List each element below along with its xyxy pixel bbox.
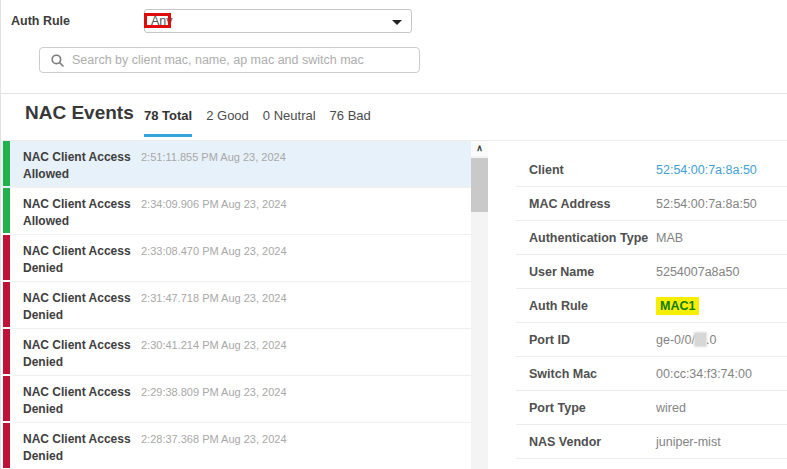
detail-row: Auth Rule MAC1 — [516, 289, 787, 323]
event-timestamp: 2:34:09.906 PM Aug 23, 2024 — [141, 198, 287, 210]
detail-value: 5254007a8a50 — [656, 265, 739, 279]
event-list-item[interactable]: NAC Client Access Allowed 2:34:09.906 PM… — [1, 188, 471, 235]
search-bar[interactable] — [39, 47, 420, 73]
detail-row: NAS Vendor juniper-mist — [516, 425, 787, 459]
tab-label: 78 Total — [144, 108, 192, 123]
detail-row: User Name 5254007a8a50 — [516, 255, 787, 289]
event-timestamp: 2:31:47.718 PM Aug 23, 2024 — [141, 292, 287, 304]
event-row-body: NAC Client Access Denied 2:33:08.470 PM … — [13, 235, 471, 282]
event-row-body: NAC Client Access Allowed 2:34:09.906 PM… — [13, 188, 471, 235]
detail-label: MAC Address — [529, 197, 611, 211]
detail-label: Auth Rule — [529, 299, 588, 313]
event-row-body: NAC Client Access Denied 2:30:41.214 PM … — [13, 329, 471, 376]
event-row-body: NAC Client Access Denied 2:29:38.809 PM … — [13, 376, 471, 423]
detail-value: 00:cc:34:f3:74:00 — [656, 367, 752, 381]
auth-rule-highlight: MAC1 — [656, 297, 699, 315]
event-status-bar — [3, 188, 10, 233]
detail-label: User Name — [529, 265, 594, 279]
detail-row: Client 52:54:00:7a:8a:50 — [516, 153, 787, 187]
nac-events-page: Auth Rule Any NAC Events 78 Total 2 Good… — [0, 0, 787, 469]
event-timestamp: 2:28:37.368 PM Aug 23, 2024 — [141, 433, 287, 445]
event-timestamp: 2:29:38.809 PM Aug 23, 2024 — [141, 386, 287, 398]
event-title: NAC Client Access Denied — [23, 384, 137, 418]
event-list-scrollbar[interactable]: ∧ — [471, 141, 488, 469]
detail-label: Client — [529, 163, 564, 177]
event-list-item[interactable]: NAC Client Access Denied 2:31:47.718 PM … — [1, 282, 471, 329]
event-status-bar — [3, 423, 10, 468]
event-timestamp: 2:51:11.855 PM Aug 23, 2024 — [141, 151, 286, 163]
chevron-down-icon — [392, 20, 402, 25]
tab-label: 0 Neutral — [263, 108, 316, 123]
event-title: NAC Client Access Allowed — [23, 149, 137, 183]
detail-label: NAS Vendor — [529, 435, 601, 449]
event-list-item[interactable]: NAC Client Access Allowed 2:51:11.855 PM… — [1, 141, 471, 188]
event-title: NAC Client Access Denied — [23, 290, 137, 324]
detail-value: MAC1 — [656, 299, 699, 313]
event-status-bar — [3, 235, 10, 280]
tab-label: 76 Bad — [330, 108, 371, 123]
tab-neutral[interactable]: 0 Neutral — [263, 108, 316, 134]
detail-row: Authentication Type MAB — [516, 221, 787, 255]
event-title: NAC Client Access Allowed — [23, 196, 137, 230]
event-timestamp: 2:33:08.470 PM Aug 23, 2024 — [141, 245, 287, 257]
detail-label: Port ID — [529, 333, 570, 347]
detail-row: Port Type wired — [516, 391, 787, 425]
detail-row: Port ID ge-0/0/.0 — [516, 323, 787, 357]
detail-value: wired — [656, 401, 686, 415]
event-list-item[interactable]: NAC Client Access Denied 2:28:37.368 PM … — [1, 423, 471, 469]
scrollbar-thumb[interactable] — [471, 158, 488, 212]
search-icon — [51, 54, 64, 67]
detail-row: MAC Address 52:54:00:7a:8a:50 — [516, 187, 787, 221]
event-list-item[interactable]: NAC Client Access Denied 2:33:08.470 PM … — [1, 235, 471, 282]
event-row-body: NAC Client Access Allowed 2:51:11.855 PM… — [13, 141, 471, 188]
scroll-up-arrow-icon[interactable]: ∧ — [471, 141, 488, 156]
event-title: NAC Client Access Denied — [23, 431, 137, 465]
event-status-bar — [3, 376, 10, 421]
auth-rule-dropdown[interactable]: Any — [144, 9, 412, 33]
event-list-item[interactable]: NAC Client Access Denied 2:30:41.214 PM … — [1, 329, 471, 376]
search-input[interactable] — [72, 53, 402, 67]
event-title: NAC Client Access Denied — [23, 337, 137, 371]
client-mac-link[interactable]: 52:54:00:7a:8a:50 — [656, 163, 757, 177]
event-row-body: NAC Client Access Denied 2:28:37.368 PM … — [13, 423, 471, 469]
page-title: NAC Events — [25, 102, 134, 124]
event-list: NAC Client Access Allowed 2:51:11.855 PM… — [1, 141, 471, 469]
auth-rule-filter-label: Auth Rule — [11, 14, 70, 28]
event-details-panel: Client 52:54:00:7a:8a:50 MAC Address 52:… — [506, 141, 787, 469]
detail-label: Switch Mac — [529, 367, 597, 381]
redacted-text-block — [695, 333, 706, 346]
detail-label: Authentication Type — [529, 231, 648, 245]
event-title: NAC Client Access Denied — [23, 243, 137, 277]
event-row-body: NAC Client Access Denied 2:31:47.718 PM … — [13, 282, 471, 329]
tab-good[interactable]: 2 Good — [206, 108, 249, 134]
tab-total[interactable]: 78 Total — [144, 108, 192, 137]
detail-value: 52:54:00:7a:8a:50 — [656, 197, 757, 211]
event-status-bar — [3, 282, 10, 327]
event-filter-tabs: 78 Total 2 Good 0 Neutral 76 Bad — [144, 108, 371, 137]
detail-value: ge-0/0/.0 — [656, 333, 716, 347]
event-status-bar — [3, 329, 10, 374]
tab-bad[interactable]: 76 Bad — [330, 108, 371, 134]
detail-value: MAB — [656, 231, 683, 245]
tab-label: 2 Good — [206, 108, 249, 123]
event-list-item[interactable]: NAC Client Access Denied 2:29:38.809 PM … — [1, 376, 471, 423]
card-top-border — [1, 93, 787, 94]
detail-row: Switch Mac 00:cc:34:f3:74:00 — [516, 357, 787, 391]
event-status-bar — [3, 141, 10, 186]
event-timestamp: 2:30:41.214 PM Aug 23, 2024 — [141, 339, 287, 351]
auth-rule-dropdown-value: Any — [151, 14, 173, 28]
detail-label: Port Type — [529, 401, 586, 415]
detail-value: juniper-mist — [656, 435, 721, 449]
